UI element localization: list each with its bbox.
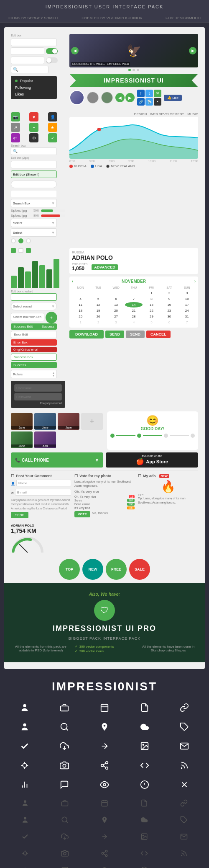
cal-day-12[interactable]: 12 xyxy=(89,302,107,307)
cal-prev[interactable]: ‹ xyxy=(72,279,73,284)
cal-day-8[interactable]: 8 xyxy=(143,296,160,302)
cal-day-28[interactable]: 28 xyxy=(125,314,142,319)
cal-day-n7[interactable]: 7 xyxy=(178,320,196,325)
cal-day-27[interactable]: 27 xyxy=(107,314,125,319)
cal-day-n5[interactable]: 5 xyxy=(143,320,160,325)
cal-day-21[interactable]: 21 xyxy=(125,308,142,313)
cal-day-14[interactable]: 14 xyxy=(125,302,142,307)
cal-day-23[interactable]: 23 xyxy=(161,308,178,313)
cal-day-17[interactable]: 17 xyxy=(178,302,196,307)
cal-day-29[interactable]: 29 xyxy=(143,314,160,319)
radio-3[interactable] xyxy=(26,238,31,243)
edit-round-input[interactable] xyxy=(11,181,57,188)
edit-box-input[interactable] xyxy=(11,39,57,46)
toggle-shadow[interactable] xyxy=(46,48,58,54)
select-btn-box[interactable]: Select box with Btn xyxy=(11,313,44,321)
radio-1[interactable] xyxy=(11,238,16,243)
dropdown-item-following[interactable]: Following xyxy=(11,84,57,91)
share-rss[interactable]: 📡 xyxy=(145,98,153,106)
cal-day-10[interactable]: 10 xyxy=(178,296,196,302)
cal-day-n3[interactable]: 3 xyxy=(107,320,125,325)
cal-day-e1[interactable] xyxy=(72,290,89,296)
edit-shown-input[interactable] xyxy=(11,170,57,178)
icon-btn-check[interactable]: ✓ xyxy=(48,133,57,142)
cal-day-19[interactable]: 19 xyxy=(89,308,107,313)
appstore-btn[interactable]: Available on the 🍎 App Store xyxy=(106,452,198,468)
share-link[interactable]: 🔗 xyxy=(137,98,145,106)
comment-send-btn[interactable]: SEND xyxy=(11,512,28,518)
nav-prev[interactable]: ◀ xyxy=(115,93,125,102)
success-btn[interactable]: Success xyxy=(42,325,54,328)
share-fb[interactable]: f xyxy=(137,90,145,97)
cal-day-5[interactable]: 5 xyxy=(89,296,107,302)
radio-2[interactable] xyxy=(18,238,23,243)
video-next[interactable]: ▶ xyxy=(189,47,196,54)
select-box-2[interactable]: Select ▼ xyxy=(11,228,57,237)
share-other[interactable]: • xyxy=(154,98,161,106)
edit-checked-input[interactable] xyxy=(11,293,57,301)
icon-btn-add[interactable]: + xyxy=(29,123,38,132)
login-username[interactable] xyxy=(14,384,62,392)
send-btn-2[interactable]: SEND xyxy=(126,331,145,338)
edit-light-input[interactable] xyxy=(11,190,57,198)
cal-day-30[interactable]: 30 xyxy=(161,314,178,319)
icon-btn-heart[interactable]: ♥ xyxy=(29,112,38,121)
video-dot-3[interactable] xyxy=(137,69,139,71)
cal-day-n2[interactable]: 2 xyxy=(89,320,107,325)
select-search[interactable]: Search Box ▼ xyxy=(11,199,57,207)
comment-name-input[interactable] xyxy=(16,480,71,486)
video-dot-2[interactable] xyxy=(133,69,135,71)
dropdown-item-likes[interactable]: Likes xyxy=(11,91,57,98)
checkbox-2[interactable] xyxy=(18,248,23,253)
cal-day-15[interactable]: 15 xyxy=(143,302,160,307)
cal-day-n1[interactable]: 1 xyxy=(72,320,89,325)
select-box-1[interactable]: Select ▼ xyxy=(11,219,57,227)
share-email[interactable]: ✉ xyxy=(154,90,161,97)
cal-day-9[interactable]: 9 xyxy=(161,296,178,302)
no-thanks-link[interactable]: No, thanks xyxy=(92,511,108,517)
ruler-up-icon[interactable]: ▲ xyxy=(52,372,55,374)
edit-2px-input[interactable] xyxy=(11,161,57,168)
ruler-down-icon[interactable]: ▼ xyxy=(52,375,55,377)
cal-day-6[interactable]: 6 xyxy=(107,296,125,302)
cal-day-11[interactable]: 11 xyxy=(72,302,89,307)
cal-day-n6[interactable]: 6 xyxy=(161,320,178,325)
cancel-btn[interactable]: CANCEL xyxy=(146,331,171,338)
video-prev[interactable]: ◀ xyxy=(71,47,79,54)
like-button[interactable]: 👍 Like xyxy=(164,95,182,101)
cal-day-18[interactable]: 18 xyxy=(72,308,89,313)
cal-day-4[interactable]: 4 xyxy=(72,296,89,302)
nav-next[interactable]: ▶ xyxy=(125,93,135,102)
toggle-shadow2[interactable] xyxy=(46,57,58,63)
select-btn-add[interactable]: + xyxy=(46,312,57,323)
checkbox-3[interactable] xyxy=(26,248,31,253)
ruler-input[interactable]: Rulers ▲ ▼ xyxy=(11,370,57,378)
search-input-2[interactable]: 🔍 xyxy=(11,147,57,155)
forgot-password[interactable]: Forgot password xyxy=(14,402,62,405)
cal-day-7[interactable]: 7 xyxy=(125,296,142,302)
cal-day-26[interactable]: 26 xyxy=(89,314,107,319)
comment-email-input[interactable] xyxy=(15,489,71,496)
send-btn-1[interactable]: SEND xyxy=(105,331,124,338)
cal-day-3[interactable]: 3 xyxy=(178,290,196,296)
cal-day-20[interactable]: 20 xyxy=(107,308,125,313)
cal-day-e2[interactable] xyxy=(89,290,107,296)
cal-day-24[interactable]: 24 xyxy=(178,308,196,313)
select-round[interactable]: Select round ▼ xyxy=(11,302,57,310)
edit-shadow2-input[interactable] xyxy=(11,57,44,64)
cal-day-e3[interactable] xyxy=(107,290,125,296)
cal-day-22[interactable]: 22 xyxy=(143,308,160,313)
icon-btn-user[interactable]: 👤 xyxy=(48,112,57,121)
dropdown-item-popular[interactable]: Popular xyxy=(11,78,57,84)
download-btn[interactable]: DOWNLOAD xyxy=(69,330,104,338)
cal-day-31[interactable]: 31 xyxy=(178,314,196,319)
share-tw[interactable]: t xyxy=(145,90,153,97)
icon-btn-star[interactable]: ★ xyxy=(48,123,57,132)
call-phone-btn[interactable]: 📞 CALL PHONE ▼ xyxy=(11,452,103,468)
thumb-add[interactable]: + xyxy=(81,413,103,430)
edit-shadow-input[interactable] xyxy=(11,47,44,55)
icon-btn-camera[interactable]: 📷 xyxy=(11,112,20,121)
cal-next[interactable]: › xyxy=(194,279,196,284)
cal-day-25[interactable]: 25 xyxy=(72,314,89,319)
checkbox-1[interactable] xyxy=(11,248,16,253)
